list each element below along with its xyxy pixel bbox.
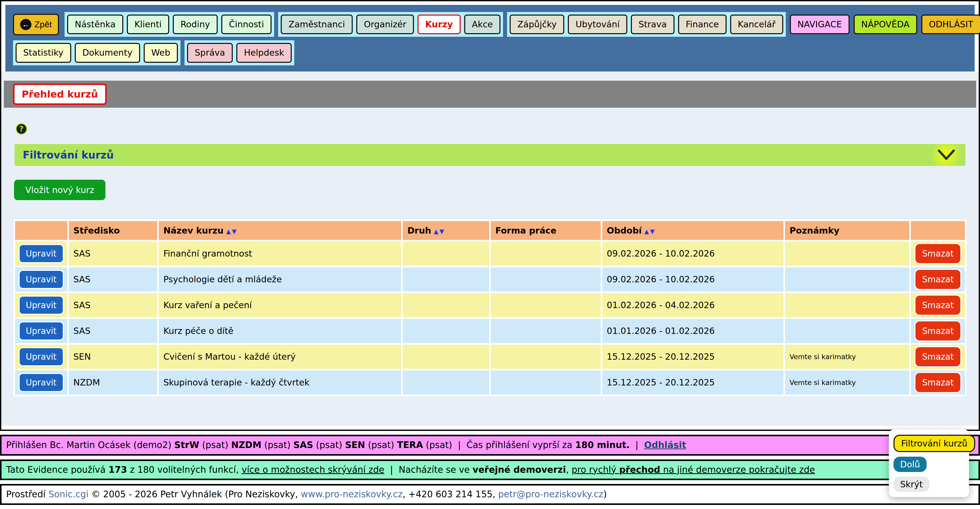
page-title[interactable]: Přehled kurzů [13,83,107,105]
demo-info-bar: Tato Evidence používá 173 z 180 voliteln… [0,460,980,480]
add-course-button[interactable]: Vložit nový kurz [14,180,105,200]
cell-obdobi: 15.12.2025 - 20.12.2025 [602,371,783,394]
nav-tab-ubytovani[interactable]: Ubytování [568,14,627,34]
nav-tab-kurzy[interactable]: Kurzy [417,14,461,34]
chevron-down-icon[interactable] [927,144,966,166]
filter-panel-header[interactable]: Filtrování kurzů [14,144,966,166]
table-row: UpravitSASKurz péče o dítě01.01.2026 - 0… [15,319,965,343]
cell-forma [491,267,601,291]
text-segment: z 180 volitelných funkcí, [127,464,242,475]
footer-credits-bar: Prostředí Sonic.cgi © 2005 - 2026 Petr V… [0,484,980,505]
quick-menu-item-filtrovani-kurzu[interactable]: Filtrování kurzů [894,435,975,452]
sort-arrows-icon[interactable]: ▲▼ [226,228,238,235]
navbar-row-1: ← Zpět NástěnkaKlientiRodinyČinnostiZamě… [13,12,967,37]
app-frame: ← Zpět NástěnkaKlientiRodinyČinnostiZamě… [0,0,980,431]
nav-tab-organizer[interactable]: Organizér [356,14,414,34]
nav-tab-klienti[interactable]: Klienti [127,14,169,34]
text-link[interactable]: pro rychlý [572,464,619,475]
filter-panel-title: Filtrování kurzů [14,149,114,161]
cell-druh [403,319,489,343]
delete-cell: Smazat [911,267,965,291]
edit-button[interactable]: Upravit [20,271,63,288]
delete-button[interactable]: Smazat [915,270,960,289]
cell-nazev: Kurz péče o dítě [159,319,401,343]
column-header-actions [15,221,67,240]
edit-button[interactable]: Upravit [20,348,63,365]
text-link[interactable]: více o možnostech skrývání zde [242,464,384,475]
cell-druh [403,293,489,317]
edit-button[interactable]: Upravit [20,322,63,339]
text-segment: (psat) [261,440,293,450]
text-link[interactable]: Odhlásit [644,440,686,450]
content-area: Přehled kurzů ? Filtrování kurzů Vložit … [1,72,979,426]
nav-tab-dokumenty[interactable]: Dokumenty [75,43,140,62]
nav-tab-kancelar[interactable]: Kancelář [730,14,783,34]
delete-button[interactable]: Smazat [915,244,960,263]
edit-button[interactable]: Upravit [20,245,63,262]
text-segment: (psat) [199,440,231,450]
nav-tab-zapujcky[interactable]: Zápůjčky [510,14,564,34]
back-arrow-icon: ← [20,19,32,30]
nav-tab-cinnosti[interactable]: Činnosti [221,14,272,34]
cell-stredisko: SAS [69,293,158,317]
text-segment: | [452,440,466,450]
quick-menu-popup: Filtrování kurzůDolůSkrýt [889,429,969,497]
nav-tab-finance[interactable]: Finance [678,14,727,34]
text-link[interactable]: Sonic.cgi [48,489,89,499]
text-segment: SEN [345,440,365,450]
text-segment: Tato Evidence používá [6,464,108,475]
column-header-druh: Druh▲▼ [403,221,489,240]
cell-note [785,319,909,343]
nav-tab-strava[interactable]: Strava [631,14,675,34]
cell-note [785,242,909,266]
nav-groups-row1: NástěnkaKlientiRodinyČinnostiZaměstnanci… [65,12,790,37]
nav-group-main: NástěnkaKlientiRodinyČinnosti [65,12,274,37]
edit-button[interactable]: Upravit [20,374,63,391]
delete-button[interactable]: Smazat [915,347,960,366]
sort-arrows-icon[interactable]: ▲▼ [434,228,445,235]
delete-button[interactable]: Smazat [915,296,960,315]
edit-cell: Upravit [15,242,67,266]
nav-tab-sprava[interactable]: Správa [187,43,233,62]
cell-obdobi: 01.01.2026 - 01.02.2026 [602,319,783,343]
page-title-bar: Přehled kurzů [4,81,976,108]
nav-tab-web[interactable]: Web [144,43,178,62]
cell-nazev: Cvičení s Martou - každé úterý [159,345,401,369]
nav-button-napoveda[interactable]: NÁPOVĚDA [854,14,917,34]
nav-tab-statistiky[interactable]: Statistiky [16,43,71,62]
column-header-středisko: Středisko [69,221,158,240]
nav-tab-zamestnanci[interactable]: Zaměstnanci [281,14,352,34]
text-link[interactable]: petr@pro-neziskovky.cz [498,489,603,499]
cell-note [785,293,909,317]
cell-forma [491,345,601,369]
delete-button[interactable]: Smazat [915,373,960,392]
quick-menu-item-skryt[interactable]: Skrýt [894,477,929,492]
text-segment: veřejné demoverzi [473,464,566,475]
nav-group-services: ZápůjčkyUbytováníStravaFinanceKancelář [507,12,786,37]
edit-button[interactable]: Upravit [20,297,63,314]
nav-tab-akce[interactable]: Akce [464,14,501,34]
nav-group-reports: StatistikyDokumentyWeb [13,40,180,65]
courses-table: StřediskoNázev kurzu▲▼Druh▲▼Forma práceO… [14,220,966,396]
cell-stredisko: SEN [69,345,158,369]
text-segment: (psat) [313,440,345,450]
nav-group-admin: SprávaHelpdesk [185,40,294,65]
cell-druh [403,267,489,291]
text-link[interactable]: přechod [619,464,660,475]
back-button[interactable]: ← Zpět [13,14,59,35]
page: { "nav": { "back": { "label": "Zpět", "a… [0,0,980,509]
text-link[interactable]: na jiné demoverze pokračujte zde [660,464,815,475]
text-link[interactable]: www.pro-neziskovky.cz [301,489,403,499]
nav-button-odhlasit[interactable]: ODHLÁSIT [921,14,980,34]
text-segment: StrW [174,440,199,450]
nav-button-navigace[interactable]: NAVIGACE [790,14,850,34]
delete-button[interactable]: Smazat [915,321,960,340]
nav-tab-rodiny[interactable]: Rodiny [173,14,218,34]
nav-tab-nastenka[interactable]: Nástěnka [67,14,123,34]
sort-arrows-icon[interactable]: ▲▼ [644,228,655,235]
quick-menu-item-dolu[interactable]: Dolů [894,457,927,472]
table-row: UpravitSENCvičení s Martou - každé úterý… [15,345,965,369]
cell-nazev: Skupinová terapie - každý čtvrtek [159,371,401,394]
help-icon[interactable]: ? [16,123,27,135]
nav-tab-helpdesk[interactable]: Helpdesk [236,43,292,62]
